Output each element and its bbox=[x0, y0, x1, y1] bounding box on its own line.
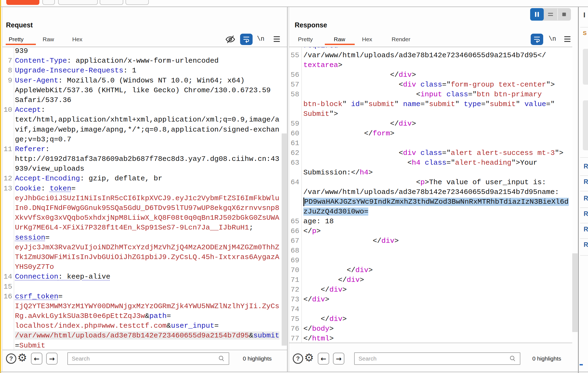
code-line[interactable]: 16csrf_token= bbox=[2, 292, 287, 301]
code-line[interactable]: 73</div> bbox=[289, 295, 572, 304]
code-line[interactable]: AppleWebKit/537.36 (KHTML, like Gecko) C… bbox=[2, 85, 287, 95]
code-line[interactable]: 68 bbox=[289, 246, 572, 256]
response-soft-wrap-icon[interactable] bbox=[531, 34, 543, 45]
code-line[interactable]: 74 bbox=[289, 304, 572, 314]
request-settings-gear-icon[interactable]: ⚙ bbox=[17, 352, 27, 363]
code-line[interactable]: eyJjc3JmX3Rva2VuIjoiNDZhMTcxYzdjMzVhZjQ4… bbox=[2, 243, 287, 252]
request-tab-hex[interactable]: Hex bbox=[72, 36, 82, 43]
code-line[interactable]: 939/view_uploads bbox=[2, 164, 287, 174]
code-line[interactable]: Submit"> bbox=[289, 109, 572, 119]
inspector-section-2-cut[interactable]: R bbox=[584, 178, 588, 186]
code-line[interactable]: 12Accept-Encoding: gzip, deflate, br bbox=[2, 174, 287, 183]
code-line[interactable]: Tk1ZmU3OWFiMiIsInJvbGUiOiJhZG1pbiJ9.ZyCs… bbox=[2, 252, 287, 262]
code-line[interactable]: UrKg7ME6L4-XFiXi7P328f1t4En_kSp91SeS7-9L… bbox=[2, 223, 287, 232]
pause-button[interactable] bbox=[530, 8, 544, 21]
inspector-section-5-cut[interactable]: R bbox=[584, 226, 588, 233]
inspector-section-6-cut[interactable]: R bbox=[584, 241, 588, 248]
code-line[interactable]: 66</p> bbox=[289, 226, 572, 236]
top-tab-3[interactable] bbox=[58, 0, 98, 5]
code-line[interactable]: 67 </div> bbox=[289, 236, 572, 246]
request-search-input[interactable] bbox=[67, 352, 229, 365]
inspector-divider[interactable] bbox=[578, 7, 579, 373]
request-next-match-button[interactable]: → bbox=[46, 353, 58, 365]
code-line[interactable]: =Submit bbox=[2, 341, 287, 350]
code-line[interactable]: 9User-Agent: Mozilla/5.0 (Windows NT 10.… bbox=[2, 76, 287, 85]
code-line[interactable]: 77</html> bbox=[289, 334, 572, 343]
code-line[interactable]: localhost/index.php#www.testctf.com&user… bbox=[2, 321, 287, 331]
panel-divider-left[interactable] bbox=[287, 7, 288, 372]
hide-eye-icon[interactable] bbox=[225, 34, 236, 46]
response-menu-icon[interactable] bbox=[563, 35, 571, 44]
code-line[interactable]: Safari/537.36 bbox=[2, 95, 287, 105]
newline-toggle-icon[interactable]: \n bbox=[257, 36, 265, 43]
code-line[interactable]: 75 </div> bbox=[289, 314, 572, 324]
code-line[interactable]: 14Connection: keep-alive bbox=[2, 272, 287, 282]
response-prev-match-button[interactable]: ← bbox=[318, 353, 329, 365]
request-editor[interactable]: 9397Content-Type: application/x-www-form… bbox=[2, 47, 287, 350]
request-scrollbar[interactable] bbox=[282, 133, 287, 346]
code-line[interactable]: 55/var/www/html/uploads/ad3e78b142e72346… bbox=[289, 50, 572, 60]
inspector-section-4-cut[interactable]: R bbox=[584, 210, 588, 218]
code-line[interactable]: btn-block" id="submit" name="submit" typ… bbox=[289, 99, 572, 109]
code-line[interactable]: 71 </div> bbox=[289, 275, 572, 285]
code-line[interactable]: vif,image/webp,image/apng,*/*;q=0.8,appl… bbox=[2, 125, 287, 135]
code-line[interactable]: 58 <input class="btn btn-primary bbox=[289, 90, 572, 99]
code-line[interactable]: /var/www/html/uploads/ad3e78b142e7234606… bbox=[2, 331, 287, 340]
code-line[interactable]: required> bbox=[289, 47, 572, 50]
single-layout-button[interactable] bbox=[557, 8, 571, 21]
code-line[interactable]: 62 <div class="alert alert-success mt-3"… bbox=[289, 148, 572, 158]
code-line[interactable]: 57 <div class="form-group text-center"> bbox=[289, 80, 572, 90]
code-line[interactable]: 63 <h4 class="alert-heading">Your bbox=[289, 158, 572, 168]
code-line[interactable]: 70 </div> bbox=[289, 265, 572, 275]
code-line[interactable]: 60 </form> bbox=[289, 129, 572, 138]
code-line[interactable]: 72 </div> bbox=[289, 285, 572, 295]
request-tab-pretty[interactable]: Pretty bbox=[9, 36, 24, 43]
code-line[interactable]: IjQ2YTE3MWM3YzM1YWY00DMwNjgxMzYzOGRmZjk4… bbox=[2, 301, 287, 311]
top-tab-2[interactable] bbox=[42, 0, 55, 5]
code-line[interactable]: text/html,application/xhtml+xml,applicat… bbox=[2, 115, 287, 125]
code-line[interactable]: 7Content-Type: application/x-www-form-ur… bbox=[2, 56, 287, 66]
code-line[interactable]: /var/www/html/uploads/ad3e78b142e7234606… bbox=[289, 187, 572, 197]
response-tab-raw[interactable]: Raw bbox=[334, 36, 345, 43]
request-tab-raw[interactable]: Raw bbox=[43, 36, 54, 43]
code-line[interactable]: 61 bbox=[289, 138, 572, 148]
response-newline-toggle-icon[interactable]: \n bbox=[549, 36, 556, 43]
soft-wrap-icon[interactable] bbox=[240, 34, 253, 45]
code-line[interactable]: 65age: 18 bbox=[289, 216, 572, 226]
code-line[interactable]: session= bbox=[2, 233, 287, 243]
code-line[interactable]: In0.DNqIFNdF0WgGGnuk95SQa5GdU_D6TDv95lTU… bbox=[2, 203, 287, 213]
code-line[interactable]: 13Cookie: token= bbox=[2, 184, 287, 193]
response-search-input[interactable] bbox=[354, 352, 520, 365]
request-help-icon[interactable]: ? bbox=[6, 353, 16, 364]
code-line[interactable]: YHS0yZ7To bbox=[2, 262, 287, 272]
response-tab-render[interactable]: Render bbox=[392, 36, 410, 43]
code-line[interactable]: 15 bbox=[2, 282, 287, 292]
response-next-match-button[interactable]: → bbox=[333, 353, 344, 365]
top-tab-active[interactable] bbox=[6, 0, 39, 5]
code-line[interactable]: zJuZzQ4d30i0wo= bbox=[289, 207, 572, 216]
request-prev-match-button[interactable]: ← bbox=[31, 353, 42, 365]
response-tab-hex[interactable]: Hex bbox=[362, 36, 372, 43]
code-line[interactable]: 8Upgrade-Insecure-Requests: 1 bbox=[2, 66, 287, 75]
code-line[interactable]: Submission:</h4> bbox=[289, 168, 572, 177]
code-line[interactable]: Rg.aAvkLGy1kSUa3Bt0e6pEttZqJ3w&path= bbox=[2, 311, 287, 321]
response-tab-pretty[interactable]: Pretty bbox=[298, 36, 313, 43]
rows-layout-button[interactable] bbox=[544, 8, 557, 21]
code-line[interactable]: 64 <p>The value of user_input is: bbox=[289, 177, 572, 187]
code-line[interactable]: 11Referer: bbox=[2, 144, 287, 154]
code-line[interactable]: http://0192d781af3a78609ab2b687f78ec8d3.… bbox=[2, 154, 287, 164]
code-line[interactable]: textarea> bbox=[289, 60, 572, 70]
inspector-section-1-cut[interactable]: R bbox=[584, 163, 588, 170]
response-help-icon[interactable]: ? bbox=[293, 353, 303, 364]
code-line[interactable]: 10Accept: bbox=[2, 105, 287, 115]
code-line[interactable]: PD9waHAKJGZsYWc9IndkZmxhZ3thdWZod3BwNnRx… bbox=[289, 197, 572, 207]
response-editor[interactable]: required>55/var/www/html/uploads/ad3e78b… bbox=[289, 47, 572, 343]
request-menu-icon[interactable] bbox=[273, 35, 281, 44]
code-line[interactable]: 939 bbox=[2, 47, 287, 56]
code-line[interactable]: eyJhbGci0iJSUzI1NiIsInR5cCI6IkpXVCJ9.eyJ… bbox=[2, 193, 287, 203]
response-scrollbar[interactable] bbox=[572, 253, 578, 332]
top-tab-5[interactable] bbox=[125, 0, 149, 5]
code-line[interactable]: 69 bbox=[289, 256, 572, 265]
code-line[interactable]: 59 </div> bbox=[289, 119, 572, 129]
code-line[interactable]: 56 </div> bbox=[289, 70, 572, 80]
